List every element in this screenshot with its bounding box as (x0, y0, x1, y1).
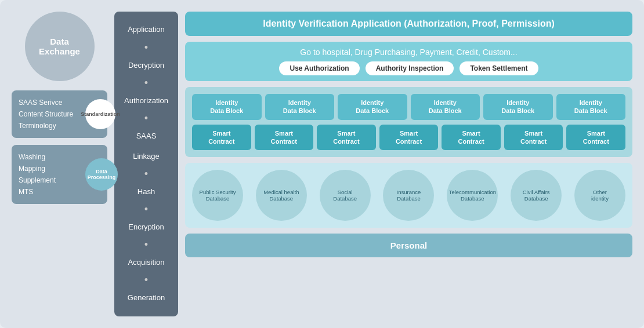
mid-authorization: Authorization (124, 96, 168, 106)
identity-block-2: IdentityData Block (265, 94, 335, 120)
dot-6: • (144, 242, 148, 247)
data-exchange-circle: Data Exchange (25, 12, 95, 81)
identity-block-1: IdentityData Block (192, 94, 262, 120)
dot-4: • (144, 172, 148, 177)
db-civil-affairs: Civil AffairsDatabase (511, 170, 562, 221)
personal-label: Personal (390, 240, 427, 250)
mid-generation: Generation (128, 293, 165, 303)
smart-contract-7: SmartContract (566, 125, 625, 151)
dot-1: • (144, 45, 148, 50)
dot-2: • (144, 81, 148, 86)
data-processing-box: Washing Mapping Supplement MTS Data Proc… (12, 145, 107, 204)
databases-section: Public SecurityDatabase Medical healthDa… (185, 163, 632, 228)
middle-column: Application • Decryption • Authorization… (114, 12, 178, 316)
db-social: SocialDatabase (320, 170, 371, 221)
top-banner-text: Identity Verification Application (Autho… (263, 19, 555, 28)
personal-bar: Personal (185, 234, 632, 257)
data-processing-label: Data Processing (88, 169, 116, 180)
mid-decryption: Decryption (128, 60, 164, 71)
app-row-title: Go to hospital, Drug Purchasing, Payment… (193, 48, 624, 57)
app-buttons: Use Authorization Authority Inspection T… (193, 61, 624, 75)
left-column: Data Exchange SAAS Serivce Content Struc… (12, 12, 107, 316)
saas-box: SAAS Serivce Content Structure Terminolo… (12, 90, 107, 138)
mid-saas: SAAS (136, 131, 157, 141)
data-exchange-label: Data Exchange (39, 37, 80, 56)
app-row: Go to hospital, Drug Purchasing, Payment… (185, 42, 632, 81)
token-settlement-btn[interactable]: Token Settlement (460, 61, 538, 75)
smart-contract-3: SmartContract (317, 125, 376, 151)
db-other-identity: Otheridentity (574, 170, 625, 221)
identity-blocks-row: IdentityData Block IdentityData Block Id… (192, 94, 625, 120)
db-insurance: InsuranceDatabase (383, 170, 434, 221)
mid-acquisition: Acquisition (128, 257, 165, 268)
identity-block-4: IdentityData Block (411, 94, 480, 120)
identity-block-3: IdentityData Block (338, 94, 407, 120)
db-medical-health: Medical healthDatabase (256, 170, 307, 221)
mid-application: Application (128, 24, 165, 35)
db-public-security: Public SecurityDatabase (192, 170, 243, 221)
smart-contract-6: SmartContract (504, 125, 563, 151)
right-column: Identity Verification Application (Autho… (185, 12, 632, 316)
smart-contract-1: SmartContract (192, 125, 251, 151)
dot-3: • (144, 116, 148, 121)
mid-linkage: Linkage (133, 151, 160, 162)
identity-block-5: IdentityData Block (483, 94, 553, 120)
data-processing-circle: Data Processing (85, 158, 118, 191)
mid-hash: Hash (138, 187, 155, 197)
top-banner: Identity Verification Application (Autho… (185, 12, 632, 36)
identity-block-6: IdentityData Block (556, 94, 626, 120)
mid-encryption: Encryption (128, 222, 164, 232)
smart-contracts-row: SmartContract SmartContract SmartContrac… (192, 125, 625, 151)
standardization-label: Standardization (81, 111, 120, 117)
authority-inspection-btn[interactable]: Authority Inspection (366, 61, 454, 75)
main-container: Data Exchange SAAS Serivce Content Struc… (0, 0, 644, 328)
washing-label: Washing (19, 153, 100, 161)
db-telecommunication: TelecommunicationDatabase (447, 170, 498, 221)
smart-contract-5: SmartContract (442, 125, 501, 151)
smart-contract-2: SmartContract (255, 125, 314, 151)
standardization-circle: Standardization (85, 99, 115, 129)
dot-7: • (144, 278, 148, 283)
dot-5: • (144, 207, 148, 212)
mts-label: MTS (19, 188, 100, 196)
use-authorization-btn[interactable]: Use Authorization (279, 61, 359, 75)
identity-section: IdentityData Block IdentityData Block Id… (185, 87, 632, 157)
smart-contract-4: SmartContract (379, 125, 439, 151)
